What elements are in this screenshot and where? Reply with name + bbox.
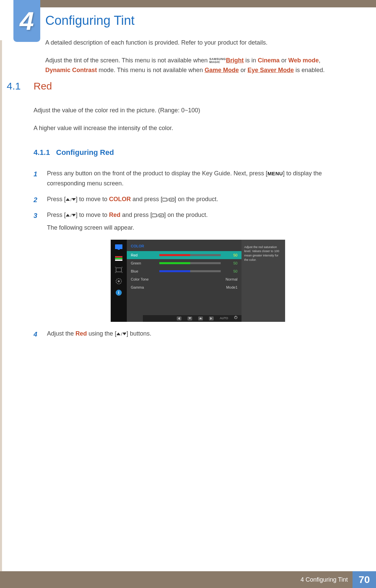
section-para2: A higher value will increase the intensi…	[34, 123, 335, 133]
svg-rect-15	[118, 249, 120, 250]
red-kw: Red	[75, 330, 87, 337]
power-icon[interactable]	[234, 316, 237, 321]
step3-sub: The following screen will appear.	[47, 223, 335, 233]
svg-marker-9	[72, 214, 76, 217]
svg-rect-10	[152, 214, 157, 217]
svg-marker-7	[66, 214, 70, 217]
osd-help-panel: Adjust the red saturation level. Values …	[241, 240, 285, 322]
intro-line1: A detailed description of each function …	[45, 38, 337, 48]
t: ] to move to	[76, 212, 109, 218]
osd-slider[interactable]	[159, 262, 221, 264]
svg-marker-25	[189, 317, 191, 319]
osd-value: Normal	[211, 276, 237, 283]
subsection-num: 4.1.1	[34, 148, 50, 157]
osd-row-green[interactable]: Green 50	[127, 259, 241, 267]
color-kw: COLOR	[109, 196, 131, 202]
intro-block: A detailed description of each function …	[45, 38, 337, 75]
t: Press any button on the front of the pro…	[47, 170, 267, 177]
subsection-title: 4.1.1 Configuring Red	[34, 146, 335, 158]
t: ] on the product.	[164, 212, 208, 218]
up-down-icon: /	[116, 330, 126, 337]
t: Press [	[47, 212, 66, 218]
svg-marker-27	[210, 317, 212, 320]
section-para1: Adjust the value of the color red in the…	[34, 106, 335, 115]
game-mode-link[interactable]: Game Mode	[205, 67, 239, 73]
nav-left-icon[interactable]	[177, 316, 181, 320]
step-num: 1	[34, 168, 37, 180]
step-num: 4	[34, 329, 37, 340]
osd-main: COLOR Red 50 Green 50 Blue	[127, 240, 241, 322]
intro-line2: Adjust the tint of the screen. This menu…	[45, 56, 337, 75]
nav-up-icon[interactable]	[198, 316, 203, 320]
osd-label: Green	[131, 260, 159, 267]
eye-saver-link[interactable]: Eye Saver Mode	[248, 67, 294, 73]
t: or	[239, 67, 248, 73]
enter-icon: /	[162, 196, 174, 202]
subsection-name: Configuring Red	[56, 148, 114, 157]
svg-marker-24	[178, 317, 180, 320]
t: using the [	[87, 330, 116, 337]
osd-slider[interactable]	[159, 254, 221, 256]
content-area: Configuring Tint A detailed description …	[45, 13, 337, 85]
svg-text:i: i	[118, 290, 119, 295]
t: Adjust the	[47, 330, 75, 337]
osd-value: Mode1	[211, 284, 237, 291]
t: ] on the product.	[174, 196, 218, 202]
osd-nav-bar: AUTO	[143, 315, 241, 322]
osd-label: Blue	[131, 268, 159, 275]
magic-bottom: MAGIC	[209, 60, 220, 64]
osd-row-red[interactable]: Red 50	[127, 251, 241, 259]
t: ] to move to	[76, 196, 109, 202]
red-kw: Red	[109, 212, 120, 218]
nav-down-icon[interactable]	[187, 316, 192, 320]
step-num: 3	[34, 210, 37, 221]
cinema-mode: Cinema	[258, 57, 279, 64]
t: is enabled.	[294, 67, 325, 73]
osd-slider[interactable]	[159, 270, 221, 272]
steps-list: 1 Press any button on the front of the p…	[34, 168, 335, 339]
osd-label: Gamma	[131, 284, 159, 291]
t: mode. This menu is not available when	[97, 67, 205, 73]
svg-marker-30	[116, 333, 120, 335]
svg-text:/: /	[168, 197, 169, 202]
osd-screenshot: i COLOR Red 50 Green 50	[111, 240, 285, 322]
svg-rect-3	[162, 198, 167, 201]
auto-label[interactable]: AUTO	[220, 316, 228, 321]
osd-row-blue[interactable]: Blue 50	[127, 267, 241, 275]
svg-rect-17	[115, 258, 122, 259]
t: ,	[319, 57, 320, 64]
osd-menu: i COLOR Red 50 Green 50	[111, 240, 285, 322]
svg-text:/: /	[70, 213, 72, 217]
up-down-icon: /	[66, 212, 76, 218]
svg-rect-14	[115, 244, 122, 249]
osd-label: Color Tone	[131, 276, 159, 283]
svg-rect-18	[115, 259, 122, 261]
enter-icon: /	[152, 212, 164, 218]
picture-icon	[114, 244, 123, 250]
t: or	[280, 57, 288, 64]
step-num: 2	[34, 194, 37, 205]
section-body: Adjust the value of the color red in the…	[34, 106, 335, 344]
osd-label: Red	[131, 252, 159, 258]
settings-icon	[114, 278, 123, 285]
nav-right-icon[interactable]	[209, 316, 214, 320]
osd-value: 50	[224, 268, 237, 275]
section-number: 4.1	[7, 80, 21, 92]
samsung-magic-icon: SAMSUNGMAGIC	[209, 58, 226, 64]
bright-link[interactable]: Bright	[226, 57, 244, 64]
svg-marker-13	[160, 215, 161, 216]
osd-row-gamma[interactable]: Gamma Mode1	[127, 283, 241, 291]
osd-sidebar: i	[111, 240, 127, 322]
menu-key: MENU	[267, 171, 283, 176]
t: Press [	[47, 196, 66, 202]
osd-row-colortone[interactable]: Color Tone Normal	[127, 275, 241, 283]
svg-marker-6	[170, 199, 171, 200]
web-mode: Web mode	[288, 57, 319, 64]
footer-text: 4 Configuring Tint	[301, 576, 348, 583]
left-stripe	[0, 40, 2, 571]
step-1: 1 Press any button on the front of the p…	[34, 168, 335, 189]
t: ] buttons.	[126, 330, 151, 337]
svg-text:/: /	[121, 332, 122, 336]
svg-marker-2	[72, 198, 76, 201]
svg-marker-26	[199, 317, 202, 319]
